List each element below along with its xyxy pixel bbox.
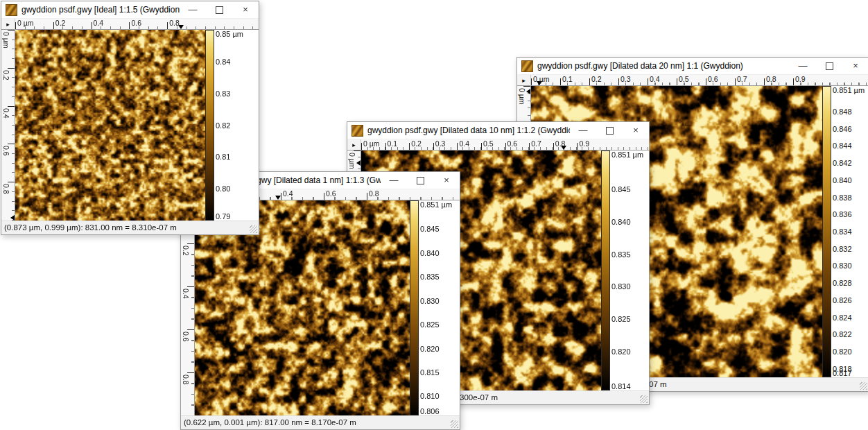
window-ideal[interactable]: gwyddion psdf.gwy [Ideal] 1:1.5 (Gwyddio… — [1, 1, 259, 235]
ruler-marker-icon — [356, 160, 361, 166]
ruler-marker-icon — [526, 89, 530, 94]
ruler-corner-button[interactable]: ▸ — [347, 139, 361, 150]
status-bar: (0.873 µm, 0.999 µm): 831.00 nm = 8.310e… — [1, 221, 259, 234]
maximize-icon — [216, 6, 223, 14]
status-text: (0.873 µm, 0.999 µm): 831.00 nm = 8.310e… — [1, 221, 259, 234]
title-bar[interactable]: gwyddion psdf.gwy [Dilated data 20 nm] 1… — [517, 58, 868, 75]
maximize-button[interactable] — [407, 172, 433, 189]
ruler-corner-button[interactable]: ▸ — [517, 75, 531, 86]
afm-image[interactable] — [15, 30, 205, 221]
vertical-ruler: 0 µm0.20.40.60.8 — [1, 30, 15, 221]
minimize-button[interactable]: — — [570, 122, 596, 139]
window-controls: — × — [570, 122, 649, 139]
window-title: gwyddion psdf.gwy [Dilated data 20 nm] 1… — [537, 61, 790, 71]
color-scale-bar — [601, 150, 610, 390]
minimize-button[interactable]: — — [180, 1, 206, 18]
resize-grip[interactable] — [860, 382, 867, 390]
color-scale-labels: 0.851 µm0.8480.8460.8440.8420.8400.8380.… — [831, 86, 868, 377]
horizontal-ruler: 0 µm0.10.20.30.40.50.60.70.80.9 — [531, 75, 868, 86]
close-button[interactable]: × — [842, 58, 868, 74]
window-title: gwyddion psdf.gwy [Dilated data 10 nm] 1… — [367, 126, 570, 135]
resize-grip[interactable] — [640, 395, 648, 403]
color-scale-bar — [205, 30, 214, 221]
app-icon — [6, 4, 17, 16]
maximize-icon — [417, 177, 424, 184]
maximize-button[interactable] — [206, 1, 232, 18]
maximize-button[interactable] — [816, 58, 842, 74]
status-text: (0.622 µm, 0.001 µm): 817.00 nm = 8.170e… — [181, 416, 460, 429]
minimize-button[interactable]: — — [790, 58, 816, 74]
resize-grip[interactable] — [250, 225, 257, 233]
app-icon — [521, 60, 533, 72]
color-scale-labels: 0.85 µm0.840.830.820.810.800.79 — [214, 30, 259, 221]
ruler-row: ▸ 0 µm0.10.20.30.40.50.60.70.80.9 — [347, 139, 649, 150]
horizontal-ruler: 0 µm0.10.20.30.40.50.60.70.80.9 — [361, 139, 649, 150]
title-bar[interactable]: gwyddion psdf.gwy [Dilated data 10 nm] 1… — [347, 122, 649, 139]
maximize-icon — [606, 127, 614, 135]
color-scale-bar — [410, 200, 419, 415]
maximize-icon — [826, 62, 833, 70]
color-scale-labels: 0.851 µm0.8450.8400.8350.8300.8250.8200.… — [419, 200, 460, 415]
title-bar[interactable]: gwyddion psdf.gwy [Ideal] 1:1.5 (Gwyddio… — [1, 1, 259, 19]
close-button[interactable]: × — [433, 172, 460, 189]
minimize-button[interactable]: — — [381, 172, 407, 189]
ruler-marker-icon — [10, 215, 15, 221]
close-button[interactable]: × — [232, 1, 259, 18]
ruler-row: ▸ 0 µm0.20.40.60.8 — [1, 19, 259, 30]
ruler-corner-button[interactable]: ▸ — [1, 19, 15, 30]
window-controls: — × — [790, 58, 868, 74]
app-icon — [351, 125, 363, 137]
ruler-row: ▸ 0 µm0.10.20.30.40.50.60.70.80.9 — [517, 75, 868, 86]
resize-grip[interactable] — [451, 420, 458, 428]
color-scale-labels: 0.851 µm0.8450.8400.8350.8300.8250.8200.… — [610, 150, 649, 390]
close-button[interactable]: × — [623, 122, 649, 139]
window-title: gwyddion psdf.gwy [Ideal] 1:1.5 (Gwyddio… — [21, 5, 180, 15]
horizontal-ruler: 0 µm0.20.40.60.8 — [15, 19, 259, 30]
color-scale-bar — [822, 86, 831, 377]
maximize-button[interactable] — [596, 122, 623, 139]
window-controls: — × — [381, 172, 460, 189]
ruler-marker-icon — [275, 196, 281, 200]
status-bar: (0.622 µm, 0.001 µm): 817.00 nm = 8.170e… — [181, 415, 460, 429]
window-controls: — × — [180, 1, 259, 18]
